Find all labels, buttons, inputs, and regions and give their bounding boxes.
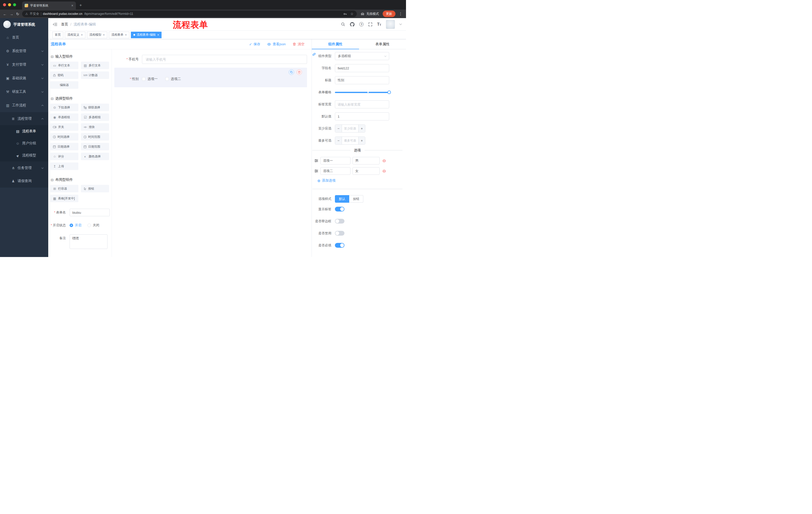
palette-item-checkbox-group[interactable]: ☑ 多选框组 [81,113,109,121]
user-avatar[interactable] [386,20,395,29]
window-minimize-button[interactable] [8,3,11,6]
remove-option-icon[interactable]: ⊖ [382,169,386,173]
slider-track[interactable] [335,92,389,93]
palette-item-upload[interactable]: ↥ 上传 [50,162,78,170]
update-button[interactable]: 更新 [383,10,396,17]
option-value-input[interactable] [352,157,380,164]
option-value-input[interactable] [352,167,380,175]
palette-item-cascader[interactable]: 级联选择 [81,104,109,111]
required-toggle[interactable] [335,243,344,248]
address-bar[interactable]: ⚠ 不安全 dashboard.yudao.iocoder.cn /bpm/ma… [22,10,357,17]
checkbox-option-1[interactable]: 选项一 [142,77,158,81]
security-warning-icon[interactable]: ⚠ [25,12,28,16]
palette-item-row-container[interactable]: ⊞ 行容器 [50,185,78,192]
grid-slider[interactable] [335,88,389,96]
palette-item-counter[interactable]: 123 计数器 [81,72,109,79]
tab-close-icon[interactable]: × [71,4,74,7]
window-close-button[interactable] [3,3,6,6]
palette-item-switch[interactable]: 开关 [50,123,78,131]
window-zoom-button[interactable] [13,3,16,6]
field-name-input[interactable] [335,64,389,72]
sidebar-item-task-management[interactable]: ⋔ 任务管理 [0,161,48,174]
default-value-input[interactable] [335,112,389,120]
drag-handle-icon[interactable] [314,159,318,163]
form-remark-textarea[interactable]: 嘿嘿 [69,234,108,249]
checkbox-icon[interactable] [165,77,169,81]
tag-close-icon[interactable]: × [103,33,105,36]
sidebar-item-process-management[interactable]: ≣ 流程管理 [0,112,48,125]
sidebar-item-payment-management[interactable]: ¥ 支付管理 [0,58,48,72]
bookmark-star-icon[interactable]: ☆ [350,12,353,16]
copy-field-button[interactable] [289,70,294,75]
browser-menu-icon[interactable]: ⋮ [398,11,403,16]
style-button-button[interactable]: 按钮 [349,195,363,203]
max-select-placeholder[interactable]: 最多可选 [342,137,358,144]
palette-item-select[interactable]: ⊙ 下拉选择 [50,104,78,111]
key-icon[interactable] [343,12,347,16]
delete-field-button[interactable] [296,70,302,75]
sidebar-item-system-management[interactable]: ⚙ 系统管理 [0,44,48,58]
chevron-down-icon[interactable] [400,23,402,25]
clear-button[interactable]: 清空 [292,42,304,47]
breadcrumb-home[interactable]: 首页 [61,22,68,27]
tag-process-form-edit[interactable]: 流程表单-编辑 × [131,32,162,38]
reload-button[interactable]: ↻ [16,12,19,16]
forward-button[interactable]: → [9,12,13,16]
show-label-toggle[interactable] [335,207,344,212]
min-select-placeholder[interactable]: 至少应选 [342,125,358,132]
decrease-button[interactable]: − [335,137,342,144]
tag-process-definition[interactable]: 流程定义 × [65,32,85,38]
tab-component-props[interactable]: 组件属性 [312,39,359,49]
status-radio-off[interactable]: 关闭 [87,223,99,227]
status-radio-on[interactable]: 开启 [69,223,81,227]
decrease-button[interactable]: − [335,125,342,132]
link-icon[interactable] [312,52,316,56]
field-gender-selected[interactable]: *性别 选项一 选项二 [114,67,307,87]
palette-item-multi-line-text[interactable]: ▤ 多行文本 [81,62,109,69]
tag-close-icon[interactable]: × [125,33,127,36]
tag-close-icon[interactable]: × [81,33,83,36]
border-toggle[interactable] [335,219,344,223]
sidebar-item-user-group[interactable]: ☺ 用户分组 [0,137,48,150]
palette-item-password[interactable]: 密码 [50,72,78,79]
save-button[interactable]: ✓ 保存 [249,42,261,47]
remove-option-icon[interactable]: ⊖ [382,159,386,163]
palette-item-time-range[interactable]: 时间范围 [81,133,109,141]
field-phone[interactable]: *手机号 [114,55,307,64]
sidebar-item-process-form[interactable]: ▤ 流程表单 [0,125,48,137]
fullscreen-icon[interactable] [368,22,372,26]
tag-close-icon[interactable]: × [157,33,159,36]
tag-home[interactable]: 首页 [52,32,63,38]
tab-form-props[interactable]: 表单属性 [359,39,406,49]
palette-item-slider[interactable]: 滑块 [81,123,109,131]
browser-tab[interactable]: 芋道管理系统 × [22,1,76,9]
app-logo[interactable]: 芋道管理系统 [0,18,48,31]
search-icon[interactable] [341,22,345,26]
checkbox-icon[interactable] [142,77,145,81]
palette-item-date-range[interactable]: 日期范围 [81,143,109,151]
increase-button[interactable]: + [358,125,365,132]
sidebar-item-home[interactable]: ⌂ 首页 [0,31,48,44]
drag-handle-icon[interactable] [314,169,318,173]
sidebar-item-infrastructure[interactable]: ▣ 基础设施 [0,72,48,85]
view-json-button[interactable]: 查看json [267,42,286,47]
sidebar-toggle-icon[interactable] [53,22,57,26]
slider-handle[interactable] [387,90,391,94]
font-size-icon[interactable]: TT [377,22,381,26]
style-default-button[interactable]: 默认 [335,195,349,203]
tag-process-model[interactable]: 流程模型 × [87,32,108,38]
sidebar-item-workflow[interactable]: ▥ 工作流程 [0,99,48,112]
palette-item-table[interactable]: ▦ 表格[开发中] [50,195,78,202]
back-button[interactable]: ← [3,12,7,16]
disabled-toggle[interactable] [335,231,344,236]
palette-item-rate[interactable]: ☆ 评分 [50,153,78,160]
palette-item-date-picker[interactable]: 日期选择 [50,143,78,151]
tag-process-form[interactable]: 流程表单 × [109,32,129,38]
palette-item-editor[interactable]: 编辑器 [50,81,78,89]
increase-button[interactable]: + [358,137,365,144]
title-input[interactable] [335,76,389,84]
github-icon[interactable] [350,22,354,27]
sidebar-item-dev-tools[interactable]: ⚒ 研发工具 [0,85,48,99]
phone-input[interactable] [142,55,307,64]
checkbox-option-2[interactable]: 选项二 [165,77,181,81]
